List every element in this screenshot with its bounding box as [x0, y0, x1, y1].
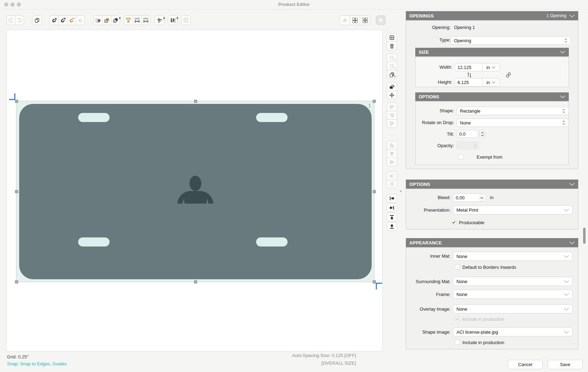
opening-options-header[interactable]: OPTIONS [415, 92, 569, 101]
duplicate-openings-button[interactable]: ? [387, 70, 397, 79]
chevron-down-icon[interactable] [560, 51, 565, 54]
shape-image-dropdown[interactable]: ACI license-plate.jpg [453, 327, 573, 336]
tilt-stepper[interactable] [479, 130, 485, 138]
canvas-area[interactable]: 1 [6, 30, 382, 351]
snap-magnet-button[interactable] [76, 15, 85, 25]
move-opening-button[interactable] [387, 91, 397, 99]
plate-slot-top-left [78, 113, 110, 122]
guides-button[interactable] [155, 15, 164, 25]
width-input[interactable] [455, 63, 483, 71]
fit-to-view-button[interactable] [350, 15, 360, 25]
resize-handle-w[interactable] [15, 190, 18, 193]
chevron-down-icon[interactable] [569, 14, 575, 17]
auto-spacing-inner-button[interactable] [133, 15, 142, 25]
frame-dropdown[interactable]: None [453, 290, 573, 299]
render-preview-button[interactable] [376, 15, 386, 25]
overlay-image-value: None [456, 306, 467, 312]
resize-handle-se[interactable] [373, 280, 376, 283]
snap-to-guides-button[interactable] [67, 15, 76, 25]
appearance-panel-header[interactable]: APPEARANCE [406, 238, 578, 247]
push-right-button[interactable] [387, 203, 397, 212]
align-bottom-button[interactable] [387, 141, 397, 150]
push-top-button[interactable] [387, 213, 397, 221]
surrounding-mat-dropdown[interactable]: None [453, 277, 573, 286]
copy-layout-button[interactable] [32, 15, 42, 25]
presentation-dropdown[interactable]: Metal Print [453, 205, 573, 214]
chevron-up-icon [481, 132, 484, 134]
grid-x-icon [95, 17, 101, 23]
resize-handle-ne[interactable] [373, 100, 376, 103]
size-panel-header[interactable]: SIZE [415, 48, 569, 56]
popup-chevrons-icon [564, 38, 567, 43]
chevron-down-icon [564, 331, 569, 334]
center-vertical-button[interactable] [387, 158, 397, 166]
size-panel-title: SIZE [419, 50, 429, 55]
produceable-checkbox[interactable] [451, 220, 456, 225]
grid-clear-button[interactable] [94, 15, 103, 25]
spacing-inner-icon [134, 17, 140, 23]
delete-opening-button[interactable] [387, 41, 397, 50]
copy-openings-button[interactable]: 3 [387, 53, 397, 62]
height-input[interactable] [455, 78, 483, 86]
center-horizontal-button[interactable] [387, 149, 397, 158]
resize-handle-sw[interactable] [15, 280, 18, 283]
undo-button[interactable] [6, 15, 15, 25]
push-top-icon [389, 214, 395, 220]
distribute-horizontal-button[interactable] [387, 180, 397, 189]
auto-spacing-off-button[interactable] [124, 15, 133, 25]
opening-selection[interactable]: 1 [16, 101, 374, 282]
snap-status[interactable]: Snap: Snap to Edges, Guides [7, 361, 67, 366]
rotate-view-button[interactable] [340, 15, 350, 25]
shape-include-label: Include in production [462, 340, 504, 345]
push-left-button[interactable] [387, 194, 397, 203]
paste-openings-button[interactable]: 3 [387, 62, 397, 70]
chevron-down-icon[interactable] [569, 241, 575, 244]
inner-mat-dropdown[interactable]: None [453, 252, 573, 261]
grid-layout-button[interactable] [111, 15, 120, 25]
rotate-on-drop-dropdown[interactable]: None [456, 119, 569, 127]
overlay-image-dropdown[interactable]: None [453, 304, 573, 313]
align-right-button[interactable] [387, 111, 397, 120]
resize-handle-n[interactable] [194, 100, 197, 103]
options-panel-header[interactable]: OPTIONS [406, 180, 578, 189]
resize-handle-nw[interactable] [15, 100, 18, 103]
link-dimensions-icon[interactable] [506, 72, 511, 78]
resize-handle-e[interactable] [373, 190, 376, 193]
width-unit-dropdown[interactable]: in [482, 63, 500, 71]
align-top-button[interactable] [387, 119, 397, 128]
lock-spacing-button[interactable] [168, 15, 178, 25]
chevron-down-icon[interactable] [560, 95, 565, 98]
rotate-opening-button[interactable] [387, 82, 397, 91]
push-bottom-button[interactable] [387, 222, 397, 231]
auto-spacing-outer-button[interactable] [141, 15, 150, 25]
add-opening-button[interactable] [387, 33, 397, 42]
chevron-down-icon[interactable] [569, 183, 575, 186]
snap-to-grid-button[interactable] [58, 15, 67, 25]
default-borders-checkbox[interactable] [455, 264, 460, 269]
grid-fill-button[interactable] [102, 15, 111, 25]
height-unit-dropdown[interactable]: in [482, 78, 500, 86]
tilt-input[interactable] [456, 130, 478, 138]
swap-dimensions-icon[interactable] [466, 72, 472, 78]
exempt-checkbox[interactable] [458, 154, 464, 160]
preview-group [181, 15, 191, 25]
rotate-on-drop-label: Rotate on Drop: [416, 120, 454, 125]
shape-include-checkbox[interactable] [455, 340, 460, 345]
center-view-button[interactable] [360, 15, 370, 25]
distribute-vertical-button[interactable] [387, 172, 397, 180]
align-left-button[interactable] [387, 103, 397, 111]
cancel-button[interactable]: Cancel [508, 360, 543, 369]
snap-off-button[interactable] [50, 15, 59, 25]
panel-splitter-dot[interactable] [400, 190, 402, 192]
license-plate-shape[interactable] [19, 104, 372, 279]
panel-scrollbar-thumb[interactable] [583, 228, 586, 244]
nested-openings-button[interactable] [181, 15, 191, 25]
save-button[interactable]: Save [548, 360, 583, 369]
resize-handle-s[interactable] [194, 280, 197, 283]
redo-button[interactable] [15, 15, 24, 25]
shape-dropdown[interactable]: Rectangle [456, 107, 569, 115]
openings-panel-header[interactable]: OPENINGS 1 Opening [406, 11, 578, 20]
presentation-label: Presentation: [409, 207, 451, 213]
bleed-dropdown-button[interactable] [478, 195, 485, 201]
type-dropdown[interactable]: Opening [451, 36, 571, 45]
